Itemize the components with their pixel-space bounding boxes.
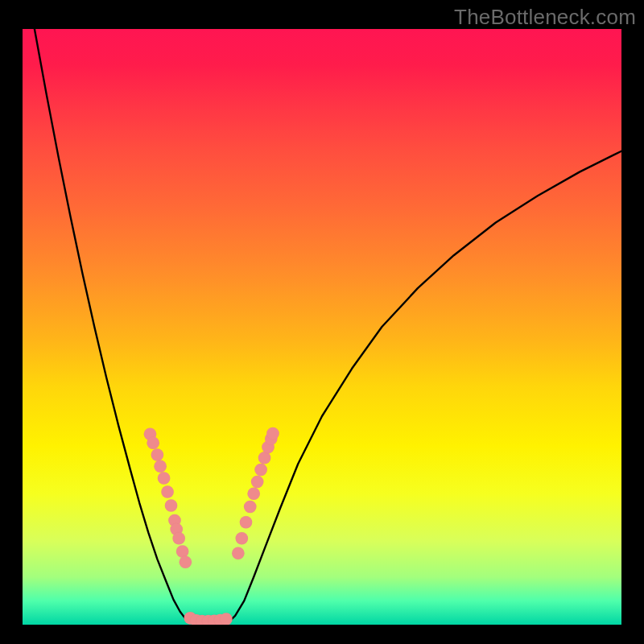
curve-right-branch — [227, 151, 621, 624]
chart-svg — [23, 29, 621, 625]
scatter-dot — [220, 613, 233, 625]
scatter-dot — [254, 464, 267, 477]
curve-left-branch — [35, 29, 194, 624]
plot-frame — [23, 29, 621, 625]
scatter-dot — [154, 460, 167, 473]
scatter-dot — [251, 476, 264, 489]
chart-stage: TheBottleneck.com — [0, 0, 644, 644]
scatter-dot — [244, 501, 257, 514]
watermark-text: TheBottleneck.com — [454, 5, 636, 30]
scatter-dot — [240, 516, 253, 529]
scatter-dot — [232, 547, 245, 559]
scatter-dot — [266, 427, 279, 440]
scatter-dot — [176, 545, 189, 558]
scatter-dot — [165, 499, 178, 512]
scatter-dot — [172, 532, 185, 545]
scatter-dots — [144, 427, 279, 625]
plot-gradient-area — [23, 29, 621, 625]
scatter-dot — [180, 556, 192, 569]
scatter-dot — [161, 485, 174, 498]
scatter-dot — [247, 487, 260, 500]
scatter-dot — [158, 472, 171, 485]
scatter-dot — [147, 437, 159, 450]
scatter-dot — [235, 532, 248, 545]
scatter-dot — [151, 448, 164, 461]
